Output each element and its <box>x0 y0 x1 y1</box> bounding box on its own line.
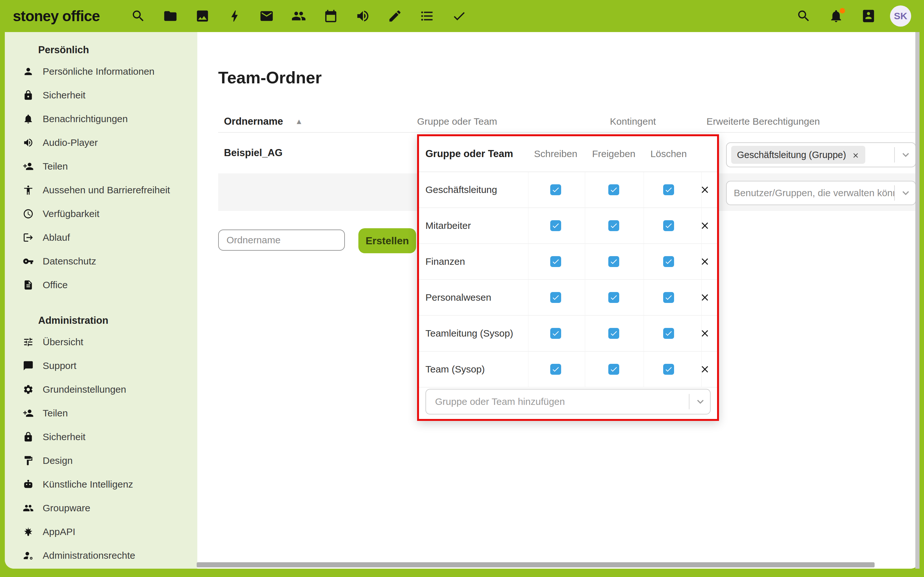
pencil-icon[interactable] <box>388 9 402 23</box>
sidebar-item-grundeinstellungen[interactable]: Grundeinstellungen <box>5 378 197 401</box>
chevron-down-icon[interactable] <box>899 148 912 161</box>
bell-icon <box>23 113 34 124</box>
folder-name-input[interactable] <box>218 229 345 251</box>
sidebar-item-office[interactable]: Office <box>5 273 197 297</box>
write-checkbox[interactable] <box>550 328 561 339</box>
share-checkbox[interactable] <box>608 256 619 267</box>
contacts-icon[interactable] <box>861 9 876 23</box>
sidebar-item-sicherheit[interactable]: Sicherheit <box>5 425 197 449</box>
share-checkbox[interactable] <box>608 328 619 339</box>
cell-divider <box>585 316 585 351</box>
sidebar-item-audio-player[interactable]: Audio-Player <box>5 131 197 155</box>
remove-group-icon[interactable] <box>699 220 710 231</box>
write-checkbox[interactable] <box>550 256 561 267</box>
sidebar-item-aussehen-und-barrierefreiheit[interactable]: Aussehen und Barrierefreiheit <box>5 178 197 202</box>
sidebar-item-ablauf[interactable]: Ablauf <box>5 226 197 250</box>
clock-icon <box>23 208 34 219</box>
share-checkbox[interactable] <box>608 364 619 375</box>
share-checkbox[interactable] <box>608 184 619 195</box>
sidebar-item-label: Support <box>43 360 76 371</box>
delete-checkbox[interactable] <box>663 256 674 267</box>
sidebar-item-appapi[interactable]: AppAPI <box>5 520 197 544</box>
add-group-input[interactable] <box>435 396 689 408</box>
user-avatar[interactable]: SK <box>890 5 911 27</box>
delete-checkbox[interactable] <box>663 292 674 303</box>
sidebar-item-sicherheit[interactable]: Sicherheit <box>5 83 197 107</box>
image-icon[interactable] <box>195 9 210 23</box>
cell-divider <box>528 316 528 351</box>
horizontal-scrollbar[interactable] <box>197 562 875 567</box>
sidebar-item-teilen[interactable]: Teilen <box>5 401 197 425</box>
delete-checkbox[interactable] <box>663 184 674 195</box>
write-checkbox[interactable] <box>550 220 561 231</box>
bell-icon[interactable] <box>829 9 843 23</box>
people-icon[interactable] <box>291 9 306 23</box>
group-name: Personalwesen <box>425 292 491 303</box>
panel-header-share: Freigeben <box>592 148 635 159</box>
sidebar-item-label: Teilen <box>43 408 68 419</box>
list-icon[interactable] <box>420 9 435 23</box>
manage-users-select[interactable]: Benutzer/Gruppen, die verwalten könn <box>726 181 916 205</box>
column-header-kontingent[interactable]: Kontingent <box>610 116 656 127</box>
write-checkbox[interactable] <box>550 292 561 303</box>
delete-checkbox[interactable] <box>663 220 674 231</box>
remove-group-icon[interactable] <box>699 292 710 303</box>
chevron-down-icon[interactable] <box>899 187 912 199</box>
sidebar-item-übersicht[interactable]: Übersicht <box>5 330 197 354</box>
column-header-ordnername[interactable]: Ordnername <box>224 116 283 127</box>
write-checkbox[interactable] <box>550 364 561 375</box>
sidebar-item-verfügbarkeit[interactable]: Verfügbarkeit <box>5 202 197 226</box>
remove-group-icon[interactable] <box>699 256 710 267</box>
panel-header-delete: Löschen <box>650 148 687 159</box>
sidebar-item-teilen[interactable]: Teilen <box>5 155 197 178</box>
person-plus-icon <box>23 408 34 419</box>
create-folder-button[interactable]: Erstellen <box>359 228 416 253</box>
cell-divider <box>585 280 585 315</box>
sidebar-item-administrationsrechte[interactable]: Administrationsrechte <box>5 544 197 567</box>
advanced-permissions-select[interactable]: Geschäftsleitung (Gruppe) <box>726 142 916 167</box>
write-checkbox[interactable] <box>550 184 561 195</box>
calendar-icon[interactable] <box>323 9 338 23</box>
chat-icon <box>23 360 34 371</box>
remove-group-icon[interactable] <box>699 328 710 339</box>
sidebar-section-title: Persönlich <box>38 44 197 56</box>
remove-group-icon[interactable] <box>699 364 710 375</box>
sidebar-item-groupware[interactable]: Groupware <box>5 496 197 520</box>
mail-icon[interactable] <box>259 9 274 23</box>
column-header-gruppe-oder-team[interactable]: Gruppe oder Team <box>417 116 497 127</box>
check-icon[interactable] <box>452 9 467 23</box>
sidebar-item-label: Sicherheit <box>43 432 86 442</box>
chip-remove-icon[interactable] <box>852 151 859 159</box>
document-icon <box>23 279 34 290</box>
add-group-select <box>425 389 711 414</box>
share-checkbox[interactable] <box>608 220 619 231</box>
column-header-erweiterte-berechtigungen[interactable]: Erweiterte Berechtigungen <box>706 116 820 127</box>
delete-checkbox[interactable] <box>663 328 674 339</box>
sidebar-item-design[interactable]: Design <box>5 449 197 472</box>
cell-divider <box>585 208 585 243</box>
speaker-icon <box>23 137 34 148</box>
sort-ascending-icon[interactable]: ▲ <box>295 117 303 126</box>
cell-divider <box>528 280 528 315</box>
share-checkbox[interactable] <box>608 292 619 303</box>
search-icon[interactable] <box>131 9 145 23</box>
chevron-down-icon[interactable] <box>694 395 707 408</box>
panel-header-group: Gruppe oder Team <box>425 148 513 160</box>
delete-checkbox[interactable] <box>663 364 674 375</box>
sidebar-item-datenschutz[interactable]: Datenschutz <box>5 250 197 273</box>
speaker-icon[interactable] <box>355 9 370 23</box>
chip-label: Geschäftsleitung (Gruppe) <box>737 150 846 160</box>
gear-icon <box>23 384 34 395</box>
search-icon[interactable] <box>796 9 811 23</box>
folder-icon[interactable] <box>163 9 178 23</box>
remove-group-icon[interactable] <box>699 184 710 195</box>
bolt-icon[interactable] <box>227 9 242 23</box>
sidebar-item-support[interactable]: Support <box>5 354 197 378</box>
sidebar-item-künstliche-intelligenz[interactable]: Künstliche Intelligenz <box>5 472 197 496</box>
vertical-scrollbar[interactable] <box>915 32 919 569</box>
sidebar-item-persönliche-informationen[interactable]: Persönliche Informationen <box>5 60 197 83</box>
group-name: Teamleitung (Sysop) <box>425 328 513 339</box>
sidebar-item-benachrichtigungen[interactable]: Benachrichtigungen <box>5 107 197 131</box>
sidebar-item-label: Ablauf <box>43 232 70 243</box>
group-name: Geschäftsleitung <box>425 184 497 195</box>
